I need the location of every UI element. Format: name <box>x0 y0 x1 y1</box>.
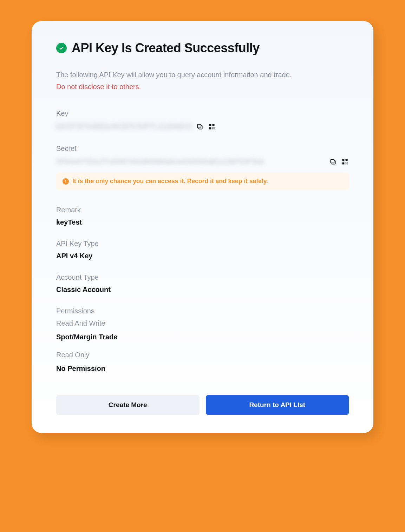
svg-rect-8 <box>214 127 215 128</box>
description-text: The following API Key will allow you to … <box>56 69 349 80</box>
key-value-masked: k6X9T3t7N4B03x4K28Tk7bIPTL21d4A8O3 <box>56 122 192 131</box>
svg-rect-16 <box>346 164 347 165</box>
svg-rect-3 <box>212 124 214 126</box>
svg-rect-17 <box>347 162 348 163</box>
copy-secret-icon[interactable] <box>329 158 337 166</box>
api-key-type-value: API v4 Key <box>56 252 349 260</box>
secret-row: 3PkAwH7iDm2TmkMk7eb2dk9Mk8abcw03dN92aB1c… <box>56 158 349 166</box>
page-title: API Key Is Created Successfully <box>72 41 260 55</box>
key-label: Key <box>56 109 349 118</box>
return-to-api-list-button[interactable]: Return to API LIst <box>206 395 349 415</box>
copy-key-icon[interactable] <box>196 123 204 131</box>
key-row: k6X9T3t7N4B03x4K28Tk7bIPTL21d4A8O3 <box>56 122 349 131</box>
title-row: API Key Is Created Successfully <box>56 41 349 55</box>
svg-rect-13 <box>342 162 345 164</box>
account-type-value: Classic Account <box>56 286 349 294</box>
svg-rect-4 <box>209 127 211 129</box>
svg-rect-5 <box>212 127 213 128</box>
qr-secret-icon[interactable] <box>341 158 349 166</box>
permissions-readonly-value: No Permission <box>56 365 349 373</box>
button-row: Create More Return to API LIst <box>56 388 349 415</box>
notice-text: It is the only chance you can access it.… <box>72 178 268 185</box>
svg-point-18 <box>65 180 66 181</box>
svg-rect-2 <box>209 124 211 126</box>
secret-label: Secret <box>56 145 349 153</box>
svg-rect-1 <box>197 124 201 128</box>
qr-key-icon[interactable] <box>208 123 216 131</box>
svg-rect-14 <box>346 162 347 163</box>
svg-rect-7 <box>212 128 213 129</box>
svg-rect-19 <box>65 181 66 182</box>
api-key-type-label: API Key Type <box>56 240 349 248</box>
api-key-created-card: API Key Is Created Successfully The foll… <box>32 21 373 433</box>
info-icon <box>63 178 69 185</box>
remark-label: Remark <box>56 206 349 214</box>
svg-rect-10 <box>331 159 334 163</box>
svg-rect-15 <box>347 164 348 165</box>
secret-notice: It is the only chance you can access it.… <box>56 173 349 190</box>
permissions-readonly-label: Read Only <box>56 351 349 359</box>
remark-value: keyTest <box>56 218 349 226</box>
permissions-readwrite-value: Spot/Margin Trade <box>56 333 349 341</box>
disclose-warning: Do not disclose it to others. <box>56 81 349 92</box>
create-more-button[interactable]: Create More <box>56 395 200 415</box>
svg-rect-6 <box>214 128 215 129</box>
permissions-label: Permissions <box>56 307 349 315</box>
success-check-icon <box>56 43 67 53</box>
svg-rect-12 <box>346 159 348 161</box>
secret-value-masked: 3PkAwH7iDm2TmkMk7eb2dk9Mk8abcw03dN92aB1c… <box>56 158 325 166</box>
svg-rect-11 <box>342 159 345 161</box>
permissions-readwrite-label: Read And Write <box>56 319 349 327</box>
account-type-label: Account Type <box>56 273 349 281</box>
